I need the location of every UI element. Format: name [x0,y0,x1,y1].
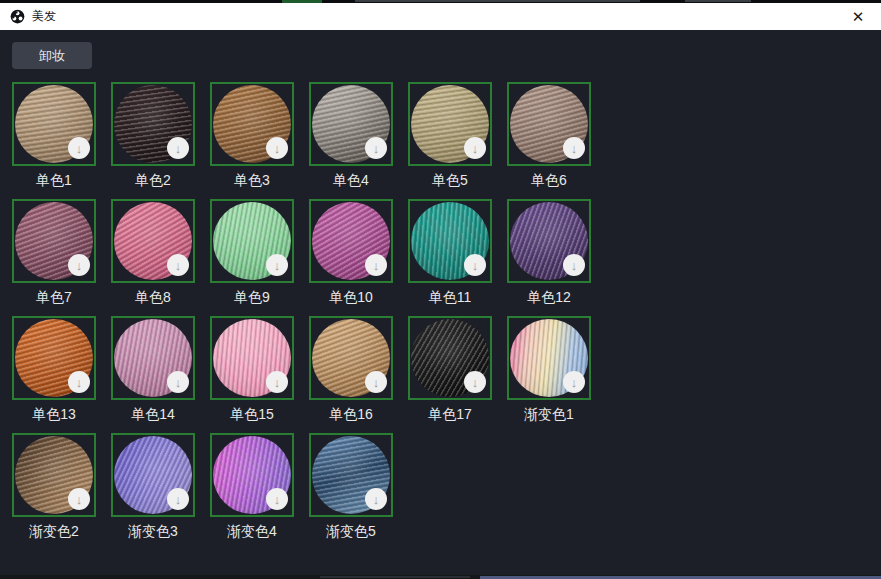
swatch-thumb[interactable]: ↓ [309,316,393,400]
swatch-thumb[interactable]: ↓ [12,82,96,166]
dialog-body: 卸妆 ↓单色1↓单色2↓单色3↓单色4↓单色5↓单色6↓单色7↓单色8↓单色9↓… [0,30,881,575]
swatch-label: 单色1 [12,172,96,188]
swatch-tile[interactable]: ↓单色2 [111,82,195,199]
swatch-thumb[interactable]: ↓ [309,433,393,517]
swatch-tile[interactable]: ↓单色13 [12,316,96,433]
swatch-tile[interactable]: ↓渐变色5 [309,433,393,550]
swatch-tile[interactable]: ↓单色3 [210,82,294,199]
swatch-label: 单色11 [408,289,492,305]
background-fragment [685,0,751,2]
download-icon[interactable]: ↓ [68,137,90,159]
swatch-tile[interactable]: ↓单色8 [111,199,195,316]
download-icon[interactable]: ↓ [266,488,288,510]
swatch-thumb[interactable]: ↓ [111,199,195,283]
background-app-strip-top [0,0,881,3]
swatch-thumb[interactable]: ↓ [309,199,393,283]
swatch-tile[interactable]: ↓渐变色4 [210,433,294,550]
swatch-thumb[interactable]: ↓ [111,316,195,400]
swatch-thumb[interactable]: ↓ [12,433,96,517]
swatch-label: 单色14 [111,406,195,422]
swatch-tile[interactable]: ↓单色16 [309,316,393,433]
swatch-tile[interactable]: ↓单色7 [12,199,96,316]
swatch-thumb[interactable]: ↓ [507,199,591,283]
swatch-label: 单色9 [210,289,294,305]
background-app-strip-bottom [0,575,881,579]
swatch-thumb[interactable]: ↓ [507,82,591,166]
swatch-grid: ↓单色1↓单色2↓单色3↓单色4↓单色5↓单色6↓单色7↓单色8↓单色9↓单色1… [12,82,612,550]
download-icon[interactable]: ↓ [167,371,189,393]
download-icon[interactable]: ↓ [464,137,486,159]
download-icon[interactable]: ↓ [266,137,288,159]
swatch-label: 单色12 [507,289,591,305]
download-icon[interactable]: ↓ [266,254,288,276]
swatch-label: 单色8 [111,289,195,305]
swatch-thumb[interactable]: ↓ [408,82,492,166]
swatch-label: 单色16 [309,406,393,422]
swatch-label: 渐变色2 [12,523,96,539]
swatch-label: 单色13 [12,406,96,422]
swatch-thumb[interactable]: ↓ [309,82,393,166]
dialog-titlebar: 美发 ✕ [0,3,881,30]
download-icon[interactable]: ↓ [563,371,585,393]
download-icon[interactable]: ↓ [68,371,90,393]
app-logo-icon [10,9,25,24]
download-icon[interactable]: ↓ [365,254,387,276]
swatch-thumb[interactable]: ↓ [12,316,96,400]
download-icon[interactable]: ↓ [266,371,288,393]
download-icon[interactable]: ↓ [167,254,189,276]
download-icon[interactable]: ↓ [563,254,585,276]
download-icon[interactable]: ↓ [365,488,387,510]
swatch-thumb[interactable]: ↓ [12,199,96,283]
swatch-label: 单色7 [12,289,96,305]
swatch-label: 渐变色3 [111,523,195,539]
swatch-tile[interactable]: ↓渐变色3 [111,433,195,550]
remove-makeup-button[interactable]: 卸妆 [12,42,92,69]
swatch-label: 渐变色4 [210,523,294,539]
swatch-label: 渐变色1 [507,406,591,422]
swatch-tile[interactable]: ↓渐变色2 [12,433,96,550]
download-icon[interactable]: ↓ [167,137,189,159]
background-fragment [320,576,470,578]
swatch-tile[interactable]: ↓单色4 [309,82,393,199]
swatch-thumb[interactable]: ↓ [408,316,492,400]
swatch-thumb[interactable]: ↓ [507,316,591,400]
download-icon[interactable]: ↓ [365,137,387,159]
swatch-label: 单色17 [408,406,492,422]
swatch-tile[interactable]: ↓单色11 [408,199,492,316]
swatch-tile[interactable]: ↓单色1 [12,82,96,199]
download-icon[interactable]: ↓ [68,254,90,276]
swatch-label: 单色2 [111,172,195,188]
swatch-label: 单色4 [309,172,393,188]
swatch-thumb[interactable]: ↓ [210,199,294,283]
swatch-thumb[interactable]: ↓ [408,199,492,283]
swatch-tile[interactable]: ↓单色6 [507,82,591,199]
screen: 美发 ✕ 卸妆 ↓单色1↓单色2↓单色3↓单色4↓单色5↓单色6↓单色7↓单色8… [0,0,881,579]
background-fragment [355,0,640,2]
background-fragment [282,0,322,3]
swatch-tile[interactable]: ↓渐变色1 [507,316,591,433]
swatch-tile[interactable]: ↓单色10 [309,199,393,316]
swatch-thumb[interactable]: ↓ [111,82,195,166]
download-icon[interactable]: ↓ [563,137,585,159]
swatch-thumb[interactable]: ↓ [210,433,294,517]
swatch-label: 单色15 [210,406,294,422]
swatch-thumb[interactable]: ↓ [210,316,294,400]
close-icon[interactable]: ✕ [845,4,871,30]
dialog-title: 美发 [32,8,56,25]
download-icon[interactable]: ↓ [464,254,486,276]
download-icon[interactable]: ↓ [464,371,486,393]
swatch-label: 单色3 [210,172,294,188]
swatch-tile[interactable]: ↓单色14 [111,316,195,433]
swatch-tile[interactable]: ↓单色17 [408,316,492,433]
download-icon[interactable]: ↓ [68,488,90,510]
swatch-tile[interactable]: ↓单色5 [408,82,492,199]
swatch-label: 单色5 [408,172,492,188]
download-icon[interactable]: ↓ [167,488,189,510]
swatch-label: 单色10 [309,289,393,305]
download-icon[interactable]: ↓ [365,371,387,393]
swatch-tile[interactable]: ↓单色9 [210,199,294,316]
swatch-tile[interactable]: ↓单色12 [507,199,591,316]
swatch-tile[interactable]: ↓单色15 [210,316,294,433]
swatch-thumb[interactable]: ↓ [111,433,195,517]
swatch-thumb[interactable]: ↓ [210,82,294,166]
